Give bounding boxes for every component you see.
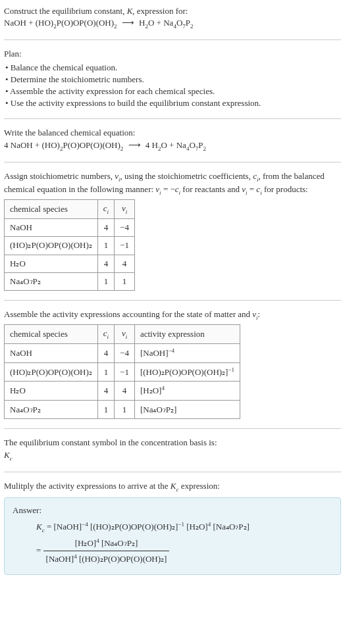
species-cell: Na₄O₇P₂ [5,272,98,290]
intro-text-1: Construct the equilibrium constant, [4,6,127,16]
balanced-title: Write the balanced chemical equation: [4,127,341,139]
symbol-text: The equilibrium constant symbol in the c… [4,437,341,449]
ci-cell: 1 [97,237,114,255]
intro-text-1b: , expression for: [132,6,188,16]
multiply-text: Mulitply the activity expressions to arr… [4,480,341,493]
reaction-arrow-icon: ⟶ [128,139,141,151]
plan-item: • Use the activity expressions to build … [4,97,341,109]
divider [4,300,341,301]
intro-line: Construct the equilibrium constant, K, e… [4,5,341,17]
col-ci: ci [97,200,114,219]
ci-cell: 4 [97,219,114,237]
species-cell: (HO)₂P(O)OP(O)(OH)₂ [5,237,98,255]
species-cell: NaOH [5,344,98,363]
table-row: H₂O 4 4 [5,255,135,272]
species-cell: NaOH [5,219,98,237]
ci-cell: 1 [97,272,114,290]
col-vi: νi [115,200,135,219]
table-row: H₂O 4 4 [H₂O]4 [5,382,240,401]
col-vi: νi [115,325,135,344]
plan-item: • Determine the stoichiometric numbers. [4,74,341,86]
col-activity: activity expression [134,325,240,344]
plan-item: • Assemble the activity expression for e… [4,86,341,97]
plan-section: Plan: • Balance the chemical equation. •… [4,48,341,109]
col-species: chemical species [5,325,98,344]
table-row: Na₄O₇P₂ 1 1 [Na₄O₇P₂] [5,400,240,419]
vi-cell: −4 [115,344,135,363]
table-row: NaOH 4 −4 [5,219,135,237]
vi-cell: −1 [115,362,135,382]
vi-cell: −4 [115,219,135,237]
vi-cell: 1 [115,400,135,419]
divider [4,118,341,119]
answer-label: Answer: [13,505,332,516]
vi-cell: 4 [115,382,135,401]
species-cell: (HO)₂P(O)OP(O)(OH)₂ [5,362,98,382]
table-row: NaOH 4 −4 [NaOH]−4 [5,344,240,363]
table-header-row: chemical species ci νi [5,200,135,219]
ci-cell: 1 [97,400,114,419]
table-row: Na₄O₇P₂ 1 1 [5,272,135,290]
assemble-text: Assemble the activity expressions accoun… [4,309,341,322]
unbalanced-equation: NaOH + (HO)2P(O)OP(O)(OH)2 ⟶ H2O + Na4O7… [4,17,341,30]
Kc-symbol: Kc [4,449,341,462]
plan-list: • Balance the chemical equation. • Deter… [4,62,341,110]
plan-title: Plan: [4,48,341,60]
ci-cell: 1 [97,362,114,382]
divider [4,39,341,40]
divider [4,162,341,162]
ci-cell: 4 [97,255,114,272]
symbol-section: The equilibrium constant symbol in the c… [4,437,341,462]
species-cell: H₂O [5,382,98,401]
vi-cell: 1 [115,272,135,290]
plan-item: • Balance the chemical equation. [4,62,341,74]
balanced-section: Write the balanced chemical equation: 4 … [4,127,341,152]
multiply-section: Mulitply the activity expressions to arr… [4,480,341,575]
answer-equation-line-1: Kc = [NaOH]−4 [(HO)₂P(O)OP(O)(OH)₂]−1 [H… [13,520,332,535]
activity-cell: [Na₄O₇P₂] [134,400,240,419]
species-cell: Na₄O₇P₂ [5,400,98,419]
answer-equation-line-2: = [H₂O]4 [Na₄O₇P₂] [NaOH]4 [(HO)₂P(O)OP(… [13,537,332,566]
fraction: [H₂O]4 [Na₄O₇P₂] [NaOH]4 [(HO)₂P(O)OP(O)… [43,537,170,566]
col-species: chemical species [5,200,98,219]
assign-section: Assign stoichiometric numbers, νi, using… [4,170,341,291]
reaction-arrow-icon: ⟶ [122,17,134,29]
intro-section: Construct the equilibrium constant, K, e… [4,5,341,30]
ci-cell: 4 [97,382,114,401]
balanced-equation: 4 NaOH + (HO)2P(O)OP(O)(OH)2 ⟶ 4 H2O + N… [4,139,341,153]
table-header-row: chemical species ci νi activity expressi… [5,325,240,344]
activity-cell: [NaOH]−4 [134,344,240,363]
table-row: (HO)₂P(O)OP(O)(OH)₂ 1 −1 [5,237,135,255]
answer-box: Answer: Kc = [NaOH]−4 [(HO)₂P(O)OP(O)(OH… [4,497,341,575]
fraction-numerator: [H₂O]4 [Na₄O₇P₂] [43,537,170,552]
divider [4,428,341,429]
ci-cell: 4 [97,344,114,363]
assign-text: Assign stoichiometric numbers, νi, using… [4,170,341,197]
col-ci: ci [97,325,114,344]
activity-cell: [(HO)₂P(O)OP(O)(OH)₂]−1 [134,362,240,382]
vi-cell: 4 [115,255,135,272]
table-row: (HO)₂P(O)OP(O)(OH)₂ 1 −1 [(HO)₂P(O)OP(O)… [5,362,240,382]
assemble-section: Assemble the activity expressions accoun… [4,309,341,419]
species-cell: H₂O [5,255,98,272]
activity-cell: [H₂O]4 [134,382,240,401]
stoich-table: chemical species ci νi NaOH 4 −4 (HO)₂P(… [4,199,135,291]
vi-cell: −1 [115,237,135,255]
activity-table: chemical species ci νi activity expressi… [4,324,240,419]
fraction-denominator: [NaOH]4 [(HO)₂P(O)OP(O)(OH)₂] [43,551,170,566]
divider [4,472,341,472]
